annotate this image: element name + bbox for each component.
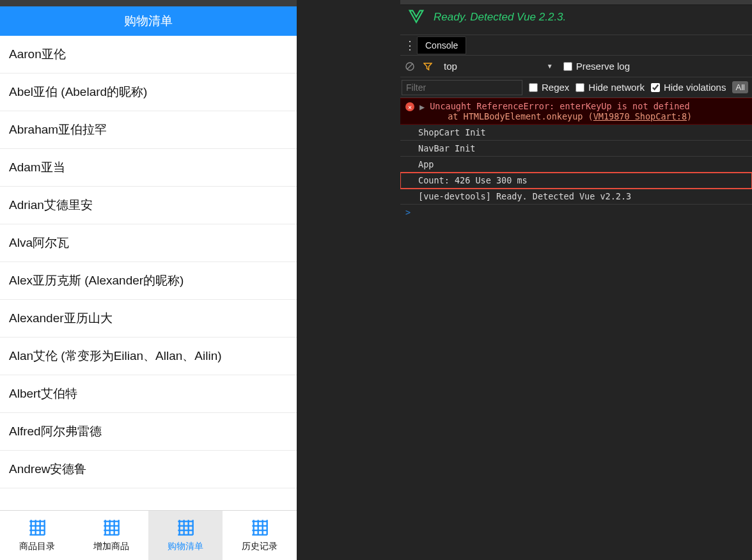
shopping-list[interactable]: Aaron亚伦Abel亚伯 (Abelard的昵称)Abraham亚伯拉罕Ada… [0,36,297,510]
grid-icon [28,518,46,538]
list-item[interactable]: Adrian艾德里安 [0,187,297,224]
tab-label: 购物清单 [168,541,203,552]
tab-0[interactable]: 商品目录 [0,511,74,560]
tab-label: 历史记录 [242,541,278,552]
tab-3[interactable]: 历史记录 [223,511,297,560]
list-item[interactable]: Alfred阿尔弗雷德 [0,413,297,451]
regex-label: Regex [542,82,569,93]
chevron-down-icon: ▼ [547,63,553,70]
list-item[interactable]: Alan艾伦 (常变形为Eilian、Allan、Ailin) [0,338,297,375]
list-item[interactable]: Alexander亚历山大 [0,300,297,338]
list-item[interactable]: Alva阿尔瓦 [0,224,297,262]
tab-console[interactable]: Console [417,36,466,54]
list-item[interactable]: Abel亚伯 (Abelard的昵称) [0,74,297,111]
execution-context-dropdown[interactable]: top ▼ [440,61,557,72]
tab-label: 商品目录 [19,541,55,552]
expand-triangle-icon[interactable]: ▶ [419,102,425,112]
hide-violations-input[interactable] [651,83,660,92]
console-output[interactable]: ✕ ▶ Uncaught ReferenceError: enterKeyUp … [400,98,752,560]
hide-violations-checkbox[interactable]: Hide violations [651,82,726,93]
hide-violations-label: Hide violations [664,82,726,93]
list-item[interactable]: Albert艾伯特 [0,375,297,413]
execution-context-value: top [444,61,457,72]
hide-network-input[interactable] [576,83,584,92]
console-log-row[interactable]: Count: 426 Use 300 ms [400,173,752,189]
regex-input[interactable] [529,83,538,92]
vue-logo-icon [408,9,425,26]
kebab-menu-icon[interactable]: ⋮ [403,40,417,51]
regex-checkbox[interactable]: Regex [529,82,569,93]
filter-input[interactable] [402,80,522,95]
preserve-log-input[interactable] [563,62,572,71]
grid-icon [251,518,269,538]
console-log-row[interactable]: ShopCart Init [400,125,752,141]
devtools-top-strip [400,0,752,5]
console-toolbar-row-1: top ▼ Preserve log [400,56,752,77]
filter-icon[interactable] [422,61,434,72]
preserve-log-checkbox[interactable]: Preserve log [563,61,630,72]
grid-icon [102,518,120,538]
tab-1[interactable]: 增加商品 [74,511,148,560]
window-chrome-strip [0,0,297,6]
devtools-panel: Ready. Detected Vue 2.2.3. ⋮ Console top… [400,0,752,560]
error-source-link[interactable]: VM19870 ShopCart:8 [593,111,687,121]
vue-devtools-header: Ready. Detected Vue 2.2.3. [400,5,752,35]
list-item[interactable]: Abraham亚伯拉罕 [0,111,297,149]
error-line-1: Uncaught ReferenceError: enterKeyUp is n… [430,101,692,111]
grid-icon [176,518,194,538]
vue-status-text: Ready. Detected Vue 2.2.3. [434,11,566,24]
log-levels-badge[interactable]: All [732,81,748,93]
error-icon: ✕ [405,102,414,111]
console-toolbar-row-2: Regex Hide network Hide violations All [400,77,752,98]
list-item[interactable]: Andrew安德鲁 [0,451,297,488]
hide-network-label: Hide network [588,82,645,93]
error-message: Uncaught ReferenceError: enterKeyUp is n… [430,101,692,121]
panel-divider [297,0,400,560]
page-title: 购物清单 [0,6,297,36]
devtools-tabs-row: ⋮ Console [400,35,752,56]
clear-console-icon[interactable] [404,61,416,72]
tab-label: 增加商品 [93,541,129,552]
svg-line-1 [407,64,412,69]
app-panel: 购物清单 Aaron亚伦Abel亚伯 (Abelard的昵称)Abraham亚伯… [0,0,297,560]
bottom-tab-bar: 商品目录增加商品购物清单历史记录 [0,510,297,560]
list-item[interactable]: Aaron亚伦 [0,36,297,74]
console-log-row[interactable]: App [400,157,752,173]
console-log-row[interactable]: [vue-devtools] Ready. Detected Vue v2.2.… [400,189,752,205]
preserve-log-label: Preserve log [576,61,630,72]
list-item[interactable]: Adam亚当 [0,149,297,187]
console-log-row[interactable]: NavBar Init [400,141,752,157]
error-line-2: at HTMLBodyElement.onkeyup (VM19870 Shop… [430,111,692,121]
hide-network-checkbox[interactable]: Hide network [576,82,645,93]
tab-2[interactable]: 购物清单 [148,511,223,560]
list-item[interactable]: Alex亚历克斯 (Alexander的昵称) [0,262,297,300]
console-prompt[interactable]: > [400,205,752,220]
console-error-row[interactable]: ✕ ▶ Uncaught ReferenceError: enterKeyUp … [400,98,752,125]
